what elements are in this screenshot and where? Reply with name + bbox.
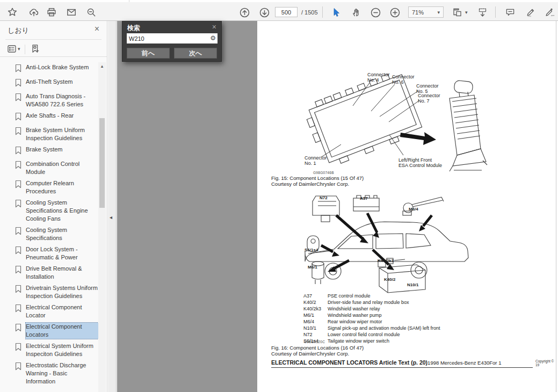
caret-down-icon[interactable]: ▾ <box>18 46 20 52</box>
bookmark-icon <box>15 78 22 89</box>
legend-desc: Windshield washer relay <box>328 306 380 312</box>
bookmark-label: Auto Trans Diagnosis - W5A580 722.6 Seri… <box>26 92 98 108</box>
bookmark-item[interactable]: Door Lock System - Pneumatic & Power <box>0 245 98 262</box>
bookmark-label: Electrostatic Discharge Warning - Basic … <box>26 361 98 386</box>
search-field-wrap: ⚙ <box>127 33 218 43</box>
bookmark-item[interactable]: Anti-Lock Brake System <box>0 63 98 75</box>
bookmark-item[interactable]: Electrical System Uniform Inspeciton Gui… <box>0 342 98 358</box>
next-page-icon[interactable] <box>258 6 271 19</box>
share-upload-icon[interactable] <box>27 6 40 19</box>
bookmark-item[interactable]: Auto Trans Diagnosis - W5A580 722.6 Seri… <box>0 92 98 108</box>
page-number-input[interactable] <box>275 7 298 17</box>
legend-desc: Tailgate window wiper switch <box>328 338 389 344</box>
sidebar-scrollbar[interactable]: ▴ <box>98 62 106 392</box>
hand-tool-icon[interactable] <box>350 6 363 19</box>
article-vehicle: 1998 Mercedes-Benz E430For 1 <box>427 360 501 366</box>
bookmark-icon <box>15 127 22 137</box>
scroll-up-icon[interactable]: ▴ <box>98 63 106 69</box>
find-next-button[interactable]: 次へ <box>174 48 217 59</box>
zoom-out-icon[interactable] <box>369 6 382 19</box>
bookmark-item[interactable]: Combination Control Module <box>0 160 98 176</box>
fig15-connector4-label: Connector No. 4 <box>367 72 390 83</box>
bookmark-item[interactable]: Electrical Component Locator <box>0 303 98 320</box>
legend-desc: Driver-side fuse and relay module box <box>328 299 409 306</box>
bookmark-item[interactable]: Brake System Uniform Inspection Guidelin… <box>0 126 98 142</box>
bookmarks-title: しおり <box>8 26 29 35</box>
bookmark-label: Axle Shafts - Rear <box>26 112 74 120</box>
fig15-courtesy: Courtesy of DaimlerChrysler Corp. <box>271 181 349 187</box>
bookmarks-panel: しおり × ▾ Anti-Lock Brake System Anti-Thef… <box>0 21 107 392</box>
bookmark-options-icon[interactable] <box>6 43 17 56</box>
legend-desc: Rear window wiper motor <box>328 318 382 325</box>
bookmark-item[interactable]: Brake System <box>0 146 98 157</box>
page-count-label: / 1505 <box>301 9 318 16</box>
select-tool-icon[interactable] <box>329 6 342 19</box>
goto-bookmark-icon[interactable] <box>30 43 41 56</box>
fill-sign-pen-icon[interactable] <box>543 6 556 19</box>
previous-page-icon[interactable] <box>238 6 251 19</box>
bookmark-icon <box>15 199 22 210</box>
search-input[interactable] <box>127 33 207 43</box>
bookmark-item[interactable]: Axle Shafts - Rear <box>0 112 98 123</box>
bookmark-label: Brake System <box>26 146 62 154</box>
bookmark-item[interactable]: Electrostatic Discharge Warning - Basic … <box>0 361 98 386</box>
copyright-label: Copyright © 19 <box>535 359 558 367</box>
bookmark-item[interactable]: Drive Belt Removal & Installation <box>0 265 98 281</box>
highlighter-icon[interactable] <box>524 6 537 19</box>
fig16-callout-k402k3: K40/2k3 <box>378 258 394 263</box>
fig16-callout-k402: K40/2 <box>384 277 395 282</box>
fig16-callout-m61: M6/1 <box>308 265 317 270</box>
fig15-image-code: G98G0746B <box>313 171 334 175</box>
find-previous-button[interactable]: 前へ <box>127 48 170 59</box>
bookmark-icon <box>15 265 22 276</box>
close-search-icon[interactable]: × <box>212 23 216 31</box>
bookmark-item[interactable]: Computer Relearn Procedures <box>0 179 98 195</box>
legend-desc: Signal pick-up and activation module (SA… <box>328 325 440 331</box>
search-options-gear-icon[interactable]: ⚙ <box>210 34 216 42</box>
legend-row: M6/4Rear window wiper motor <box>303 318 440 325</box>
fig16-callout-n101: N10/1 <box>407 282 418 287</box>
legend-desc: PSE control module <box>328 293 371 299</box>
toolbar-separator <box>495 6 496 18</box>
bookmark-item-selected[interactable]: Electrical Component Locators <box>0 323 98 339</box>
search-dialog-title: 検索 <box>127 24 140 33</box>
bookmark-item[interactable]: Cooling System Specifications & Engine C… <box>0 199 98 223</box>
caret-down-icon: ▾ <box>437 10 440 15</box>
bookmark-item[interactable]: Anti-Theft System <box>0 78 98 89</box>
bookmark-item[interactable]: Cooling System Specifications <box>0 226 98 242</box>
legend-row: N10/1Signal pick-up and activation modul… <box>303 325 440 331</box>
fig15-connector5-label: Connector No. 5 <box>416 83 439 94</box>
page-display-icon[interactable] <box>452 6 465 19</box>
collapse-panel-handle[interactable]: ◂ <box>110 214 112 220</box>
bookmark-icon <box>15 362 22 373</box>
legend-code: N10/1 <box>303 325 328 331</box>
search-dialog: 検索 × ⚙ 前へ 次へ <box>122 21 222 62</box>
print-icon[interactable] <box>45 6 58 19</box>
scrollbar-thumb[interactable] <box>99 118 105 208</box>
legend-row: A37PSE control module <box>303 293 440 299</box>
fig16-courtesy: Courtesy of DaimlerChrysler Corp. <box>271 351 349 357</box>
legend-row: N72Lower control field control module <box>303 331 440 338</box>
bookmark-label: Computer Relearn Procedures <box>26 179 98 195</box>
zoom-level-select[interactable]: 71% ▾ <box>408 6 444 18</box>
zoom-level-value: 71% <box>412 9 424 16</box>
scrolling-mode-icon[interactable] <box>476 6 489 19</box>
favorite-star-icon[interactable] <box>6 6 19 19</box>
bookmark-list: Anti-Lock Brake System Anti-Theft System… <box>0 62 98 392</box>
close-panel-icon[interactable]: × <box>95 24 99 34</box>
fig16-legend: A37PSE control module K40/2Driver-side f… <box>303 293 440 344</box>
bookmark-icon <box>15 93 22 104</box>
pdf-viewer-window: / 1505 71% ▾ ▾ しおり × <box>0 0 558 392</box>
bookmark-item[interactable]: Drivetrain Systems Uniform Inspection Gu… <box>0 284 98 300</box>
email-icon[interactable] <box>65 6 78 19</box>
zoom-in-icon[interactable] <box>388 6 401 19</box>
fig16-caption: Fig. 16: Component Locations (16 Of 47) <box>271 345 364 351</box>
legend-row: M6/1Windshield washer pump <box>303 312 440 318</box>
comment-icon[interactable] <box>504 6 517 19</box>
fig15-connector6-label: Connector No. 6 <box>392 74 415 85</box>
caret-down-icon[interactable]: ▾ <box>465 10 468 15</box>
search-icon[interactable] <box>85 6 98 19</box>
fig15-caption: Fig. 15: Component Locations (15 Of 47) <box>271 175 364 181</box>
legend-code: K40/2k3 <box>303 306 328 312</box>
bookmark-label: Combination Control Module <box>26 160 98 176</box>
